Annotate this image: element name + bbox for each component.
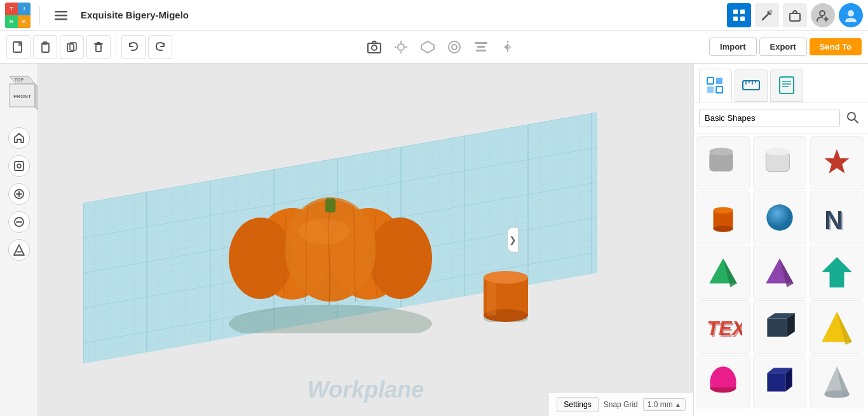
top-navigation: T I N K Exquisite Bigery-Migelo — [0, 0, 868, 31]
svg-rect-73 — [743, 81, 759, 90]
svg-rect-3 — [733, 10, 738, 14]
shape-item-letter-n[interactable]: N N — [810, 191, 864, 244]
svg-rect-0 — [55, 11, 67, 13]
svg-rect-8 — [790, 13, 800, 21]
svg-marker-50 — [14, 245, 24, 255]
svg-rect-68 — [487, 277, 496, 315]
view-cube[interactable]: TOP FRONT — [0, 70, 41, 114]
svg-rect-70 — [716, 78, 722, 84]
svg-point-85 — [709, 148, 733, 155]
home-view-button[interactable] — [8, 127, 30, 149]
shape-item-0[interactable] — [696, 136, 750, 190]
svg-rect-34 — [476, 50, 486, 52]
camera-view-button[interactable] — [362, 35, 386, 59]
shape-item-pyramid-green[interactable] — [696, 246, 750, 299]
snap-grid-value[interactable]: 1.0 mm ▲ — [643, 398, 686, 411]
svg-point-23 — [372, 45, 377, 50]
svg-point-44 — [17, 164, 21, 168]
shape-search-bar: Basic Shapes — [694, 102, 868, 134]
svg-rect-19 — [96, 45, 101, 52]
small-cylinder-shape[interactable] — [477, 252, 534, 322]
svg-point-62 — [299, 219, 349, 244]
fit-view-button[interactable] — [8, 155, 30, 177]
svg-point-60 — [369, 218, 432, 299]
shape-item-sphere[interactable] — [753, 191, 806, 244]
export-button[interactable]: Export — [759, 38, 807, 56]
svg-line-83 — [855, 120, 858, 123]
svg-rect-2 — [55, 18, 67, 20]
shape-item-dome[interactable] — [696, 355, 750, 408]
svg-text:TOP: TOP — [14, 78, 24, 82]
panel-collapse-handle[interactable]: ❯ — [507, 227, 519, 253]
circle-button[interactable] — [442, 35, 466, 59]
tab-ruler[interactable] — [735, 69, 768, 102]
shape-item-cylinder[interactable] — [696, 191, 750, 244]
nav-separator — [39, 6, 40, 25]
activity-button[interactable] — [755, 3, 779, 27]
shape-item-arrow-teal[interactable] — [810, 246, 864, 299]
svg-point-82 — [848, 113, 855, 120]
store-button[interactable] — [783, 3, 807, 27]
svg-rect-4 — [740, 10, 745, 14]
delete-button[interactable] — [86, 35, 111, 59]
tab-shapes[interactable] — [699, 69, 732, 102]
import-button[interactable]: Import — [709, 38, 756, 56]
svg-marker-88 — [824, 149, 849, 173]
tab-notes[interactable] — [770, 69, 803, 102]
shape-item-1[interactable] — [753, 136, 806, 190]
gallery-view-button[interactable] — [727, 3, 751, 27]
workplane-label: Workplane — [308, 377, 424, 403]
polygon-button[interactable] — [416, 35, 440, 59]
svg-point-92 — [767, 204, 793, 230]
snap-grid-label: Snap Grid — [604, 400, 638, 409]
settings-button[interactable]: Settings — [557, 397, 598, 412]
svg-rect-111 — [768, 373, 786, 392]
shape-item-box-navy[interactable] — [753, 300, 806, 354]
svg-marker-36 — [504, 44, 508, 50]
svg-marker-29 — [421, 41, 434, 53]
redo-button[interactable] — [148, 35, 172, 59]
logo-i: I — [18, 3, 31, 15]
svg-rect-78 — [780, 77, 794, 94]
shape-category-select[interactable]: Basic Shapes — [699, 109, 840, 127]
svg-point-87 — [766, 148, 790, 155]
canvas-area[interactable]: ❯ Workplane Settings Snap Grid 1.0 mm ▲ — [38, 64, 693, 416]
svg-rect-5 — [733, 17, 738, 21]
shape-item-pyramid-yellow[interactable] — [810, 300, 864, 354]
svg-point-31 — [452, 45, 457, 50]
pumpkin-shape[interactable] — [216, 142, 445, 333]
sendto-button[interactable]: Send To — [810, 38, 862, 55]
shape-item-2[interactable] — [810, 136, 864, 190]
duplicate-button[interactable] — [60, 35, 84, 59]
svg-marker-100 — [822, 257, 852, 288]
shape-search-button[interactable] — [843, 107, 863, 128]
bottom-bar: Settings Snap Grid 1.0 mm ▲ — [549, 393, 693, 416]
new-button[interactable] — [6, 35, 31, 59]
shape-item-box-blue2[interactable] — [753, 355, 806, 408]
perspective-button[interactable] — [8, 239, 30, 261]
app-title: Exquisite Bigery-Migelo — [81, 10, 722, 20]
zoom-in-button[interactable] — [8, 183, 30, 205]
shape-item-cone[interactable] — [810, 355, 864, 408]
zoom-out-button[interactable] — [8, 211, 30, 233]
toolbar: Import Export Send To — [0, 31, 868, 64]
svg-point-109 — [710, 366, 736, 398]
svg-point-9 — [820, 11, 825, 16]
tinkercad-logo[interactable]: T I N K — [5, 3, 31, 28]
logo-t: T — [5, 3, 18, 15]
svg-rect-72 — [716, 87, 722, 93]
toolbar-separator-1 — [116, 38, 116, 56]
light-button[interactable] — [389, 35, 413, 59]
mirror-button[interactable] — [496, 35, 520, 59]
shape-item-pyramid-purple[interactable] — [753, 246, 806, 299]
user-avatar[interactable] — [839, 3, 863, 27]
add-user-button[interactable] — [811, 3, 835, 27]
shape-item-text[interactable]: TEXT TEXT — [696, 300, 750, 354]
svg-point-58 — [229, 218, 292, 299]
svg-rect-33 — [477, 46, 485, 48]
menu-button[interactable] — [49, 3, 73, 27]
align-button[interactable] — [469, 35, 493, 59]
svg-rect-69 — [707, 78, 714, 84]
undo-button[interactable] — [121, 35, 146, 59]
clipboard-button[interactable] — [33, 35, 57, 59]
